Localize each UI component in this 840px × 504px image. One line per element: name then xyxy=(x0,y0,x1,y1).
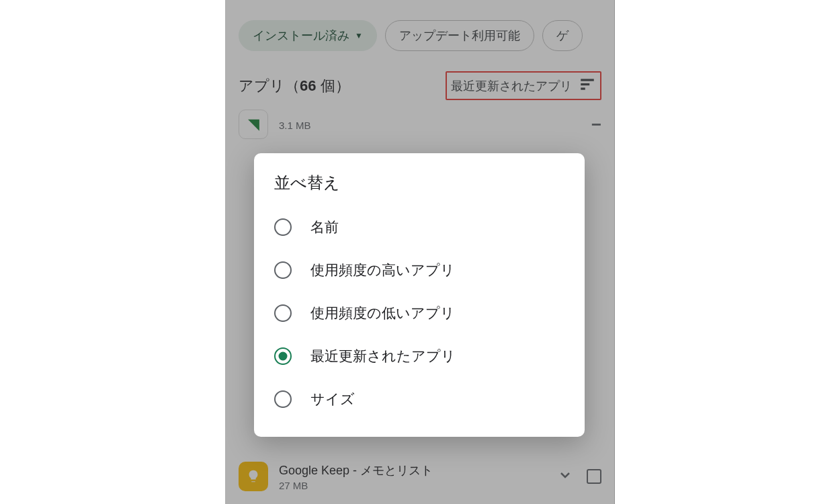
sort-option[interactable]: サイズ xyxy=(270,378,569,421)
sort-option-label: 使用頻度の高いアプリ xyxy=(310,261,455,280)
radio-icon xyxy=(274,218,292,236)
sort-option-label: 使用頻度の低いアプリ xyxy=(310,304,455,323)
dialog-title: 並べ替え xyxy=(270,172,569,194)
sort-dialog: 並べ替え 名前使用頻度の高いアプリ使用頻度の低いアプリ最近更新されたアプリサイズ xyxy=(254,153,585,437)
radio-icon xyxy=(274,347,292,365)
sort-option[interactable]: 名前 xyxy=(270,206,569,249)
radio-icon xyxy=(274,261,292,279)
sort-option[interactable]: 最近更新されたアプリ xyxy=(270,335,569,378)
sort-option[interactable]: 使用頻度の低いアプリ xyxy=(270,292,569,335)
sort-option-label: 最近更新されたアプリ xyxy=(310,347,456,366)
radio-icon xyxy=(274,304,292,322)
sort-option-label: サイズ xyxy=(310,390,355,409)
sort-option[interactable]: 使用頻度の高いアプリ xyxy=(270,249,569,292)
radio-icon xyxy=(274,390,292,408)
sort-option-label: 名前 xyxy=(310,218,339,237)
